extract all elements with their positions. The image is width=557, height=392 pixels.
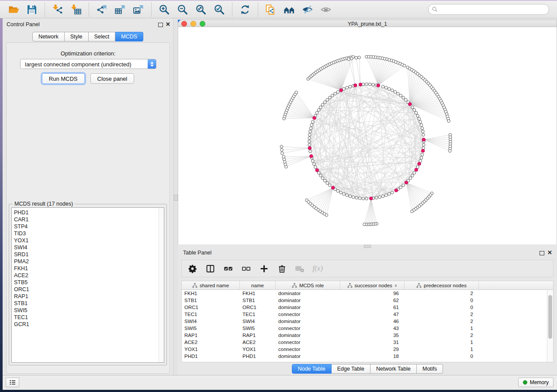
control-panel-float-button[interactable] bbox=[158, 22, 163, 28]
table-row[interactable]: SWI5SWI5connector431 bbox=[182, 325, 553, 332]
graph-hub-node[interactable] bbox=[354, 84, 357, 87]
graph-hub-node[interactable] bbox=[310, 155, 313, 158]
tab-node-table[interactable]: Node Table bbox=[292, 364, 332, 374]
column-header-MCDS-role[interactable]: MCDS role bbox=[276, 281, 340, 289]
graph-node[interactable] bbox=[399, 186, 402, 189]
graph-node[interactable] bbox=[413, 172, 416, 175]
vertical-splitter-handle[interactable] bbox=[174, 195, 178, 201]
graph-node[interactable] bbox=[405, 98, 408, 101]
optimization-criterion-select[interactable]: largest connected component (undirected) bbox=[20, 59, 156, 69]
graph-hub-node[interactable] bbox=[331, 186, 335, 189]
close-panel-button[interactable]: Close panel bbox=[90, 73, 135, 84]
table-row[interactable]: FKH1FKH1dominator962 bbox=[182, 290, 553, 297]
graph-node[interactable] bbox=[352, 196, 355, 199]
graph-node[interactable] bbox=[409, 177, 412, 180]
search-input[interactable] bbox=[438, 5, 549, 14]
graph-node[interactable] bbox=[421, 153, 424, 156]
graph-node[interactable] bbox=[365, 197, 368, 200]
graph-node[interactable] bbox=[363, 223, 366, 226]
graph-node[interactable] bbox=[388, 87, 391, 90]
graph-node[interactable] bbox=[359, 197, 362, 200]
tab-style[interactable]: Style bbox=[65, 32, 89, 41]
horizontal-splitter[interactable] bbox=[178, 244, 557, 248]
graph-hub-node[interactable] bbox=[408, 103, 412, 106]
graph-node[interactable] bbox=[420, 156, 423, 159]
mcds-result-list[interactable]: PHD1CAR1STP4TID3YOX1SWI4SRD1PMA2FKH1ACE2… bbox=[11, 207, 164, 363]
graph-node[interactable] bbox=[319, 106, 322, 109]
mcds-result-item[interactable]: PMA2 bbox=[14, 258, 164, 265]
zoom-selected-button[interactable] bbox=[211, 3, 228, 17]
graph-node[interactable] bbox=[385, 86, 388, 89]
graph-node[interactable] bbox=[375, 196, 378, 199]
graph-node[interactable] bbox=[314, 166, 317, 169]
graph-node[interactable] bbox=[280, 145, 283, 148]
graph-node[interactable] bbox=[346, 86, 349, 89]
tab-edge-table[interactable]: Edge Table bbox=[332, 364, 370, 374]
graph-node[interactable] bbox=[416, 114, 419, 117]
table-row[interactable]: ACE2ACE2connector311 bbox=[182, 339, 553, 346]
graph-node[interactable] bbox=[411, 106, 414, 109]
mcds-result-item[interactable]: ORC1 bbox=[14, 286, 164, 293]
graph-hub-node[interactable] bbox=[308, 147, 311, 150]
zoom-out-button[interactable] bbox=[174, 3, 191, 17]
graph-node[interactable] bbox=[447, 120, 450, 123]
two-houses-button[interactable] bbox=[281, 3, 298, 17]
graph-node[interactable] bbox=[339, 191, 343, 194]
column-header-name[interactable]: name bbox=[240, 281, 276, 289]
graph-node[interactable] bbox=[350, 57, 353, 60]
graph-node[interactable] bbox=[420, 124, 423, 127]
network-canvas[interactable] bbox=[178, 27, 557, 244]
zoom-fit-button[interactable] bbox=[193, 3, 209, 17]
graph-node[interactable] bbox=[329, 96, 332, 99]
mcds-result-item[interactable]: STP4 bbox=[14, 223, 164, 230]
memory-button[interactable]: Memory bbox=[518, 378, 554, 387]
table-row[interactable]: ORC1ORC1dominator610 bbox=[182, 304, 553, 311]
graph-hub-node[interactable] bbox=[313, 117, 316, 120]
graph-node[interactable] bbox=[308, 140, 311, 143]
graph-node[interactable] bbox=[422, 134, 425, 137]
mcds-result-item[interactable]: SRD1 bbox=[14, 251, 164, 258]
graph-node[interactable] bbox=[311, 120, 315, 124]
graph-node[interactable] bbox=[305, 199, 308, 202]
column-header-successor-nodes[interactable]: successor nodes∨ bbox=[340, 281, 405, 289]
graph-node[interactable] bbox=[312, 163, 315, 166]
graph-node[interactable] bbox=[422, 143, 426, 146]
graph-node[interactable] bbox=[358, 56, 361, 59]
hide-selected-button[interactable] bbox=[299, 3, 316, 17]
network-window-titlebar[interactable]: YPA_prune.txt_1 bbox=[178, 20, 557, 27]
mcds-result-item[interactable]: YOX1 bbox=[14, 237, 164, 244]
table-row[interactable]: RAP1RAP1dominator352 bbox=[182, 332, 553, 339]
graph-node[interactable] bbox=[378, 196, 381, 199]
graph-node[interactable] bbox=[402, 96, 405, 99]
gear-button[interactable] bbox=[187, 263, 198, 274]
graph-node[interactable] bbox=[421, 127, 424, 130]
graph-node[interactable] bbox=[315, 111, 318, 114]
graph-node[interactable] bbox=[365, 83, 368, 86]
graph-hub-node[interactable] bbox=[422, 138, 426, 141]
graph-node[interactable] bbox=[381, 195, 384, 198]
graph-node[interactable] bbox=[403, 64, 406, 67]
graph-hub-node[interactable] bbox=[315, 168, 319, 172]
mcds-result-item[interactable]: SWI4 bbox=[14, 244, 164, 251]
search-box[interactable] bbox=[428, 4, 549, 15]
graph-node[interactable] bbox=[422, 130, 425, 133]
graph-node[interactable] bbox=[336, 189, 339, 193]
graph-node[interactable] bbox=[391, 89, 394, 92]
graph-node[interactable] bbox=[309, 150, 312, 153]
graph-node[interactable] bbox=[368, 83, 371, 86]
mcds-result-item[interactable]: PHD1 bbox=[14, 209, 164, 216]
delete-row-button[interactable] bbox=[276, 263, 287, 274]
graph-node[interactable] bbox=[349, 195, 352, 198]
graph-node[interactable] bbox=[308, 143, 311, 146]
graph-node[interactable] bbox=[355, 196, 358, 199]
mcds-result-item[interactable]: CAR1 bbox=[14, 216, 164, 223]
import-network-button[interactable] bbox=[49, 3, 66, 17]
graph-hub-node[interactable] bbox=[405, 181, 408, 184]
graph-node[interactable] bbox=[355, 56, 358, 59]
graph-node[interactable] bbox=[321, 177, 324, 180]
graph-hub-node[interactable] bbox=[415, 168, 418, 172]
column-header-predecessor-nodes[interactable]: predecessor nodes bbox=[405, 281, 479, 289]
graph-hub-node[interactable] bbox=[394, 189, 398, 192]
graph-node[interactable] bbox=[402, 184, 405, 187]
graph-node[interactable] bbox=[413, 109, 416, 112]
